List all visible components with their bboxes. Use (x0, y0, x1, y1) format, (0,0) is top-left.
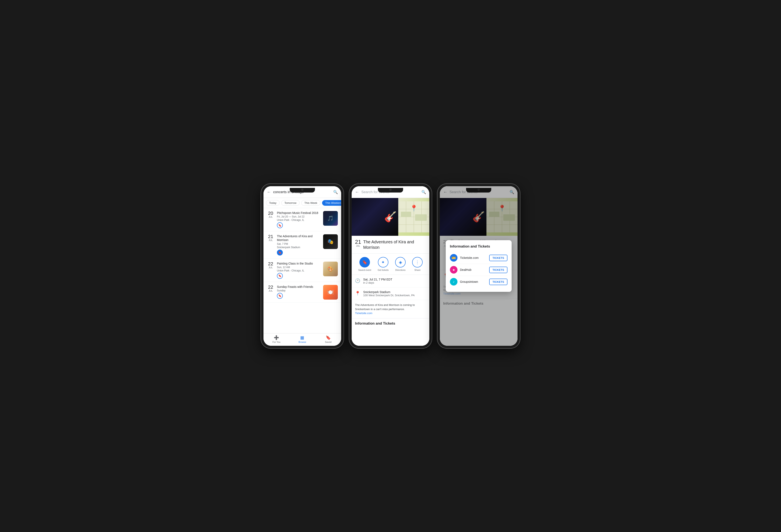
save-icon-3[interactable]: 🔖 (277, 273, 283, 279)
event-info-1: Pitchspoon Music Festival 2018 Fri, Jul … (277, 211, 321, 228)
venue-address-2: 100 West Snickerpark Dr, Snickertown, PA (363, 294, 426, 297)
phone-2-screen: ← Search for events 🔍 🎸 (352, 186, 429, 346)
description-body-2: The Adventures of Kira and Morrison is c… (355, 303, 415, 311)
event-date-row-2: 21 JUL The Adventures of Kira and Morris… (355, 239, 426, 250)
event-month-4: JUL (267, 289, 275, 292)
event-name-2: The Adventures of Kira and Morrison (363, 239, 426, 250)
ticket-row-3: ♪ Groupsintown TICKETS (450, 276, 508, 288)
location-icon-2: 📍 (355, 291, 360, 296)
filter-tomorrow[interactable]: Tomorrow (281, 200, 299, 206)
nav-label-for-you: For You (273, 341, 281, 343)
event-title-2: The Adventures of Kira and Morrison (277, 234, 321, 242)
event-image-inner-1: 🎵 (323, 211, 338, 226)
svg-rect-7 (401, 212, 411, 217)
search-icon-1[interactable]: 🔍 (333, 190, 338, 194)
save-icon-1[interactable]: 🔖 (277, 222, 283, 228)
vendor-logo-dealhub: ★ (450, 266, 457, 274)
svg-rect-8 (415, 214, 427, 221)
vendor-logo-groupsintown: ♪ (450, 278, 457, 286)
event-image-inner-4: 🍽️ (323, 285, 338, 299)
event-day-4: 22 (267, 285, 275, 289)
saved-event-label: Saved event (358, 269, 371, 271)
tickets-title-2: Information and Tickets (355, 321, 426, 326)
directions-icon: ◈ (395, 257, 406, 268)
phone-camera-2 (389, 189, 392, 191)
description-section-2: The Adventures of Kira and Morrison is c… (352, 300, 429, 319)
back-button-1[interactable]: ← (267, 190, 271, 194)
phone-2: ← Search for events 🔍 🎸 (350, 184, 431, 348)
event-day-2: 21 (267, 234, 275, 239)
get-tickets-label: Get tickets (378, 269, 388, 271)
event-date-3: 22 JUL (267, 261, 275, 269)
event-image-inner-2: 🎭 (323, 234, 338, 249)
search-icon-2[interactable]: 🔍 (421, 190, 426, 194)
nav-saved[interactable]: 🔖 Saved (315, 335, 341, 343)
event-list-1[interactable]: 20 JUL Pitchspoon Music Festival 2018 Fr… (263, 208, 341, 333)
event-save-1: 🔖 (277, 222, 321, 228)
hero-map-2: 📍 (398, 198, 429, 236)
svg-text:📍: 📍 (410, 204, 418, 212)
directions-btn[interactable]: ◈ Directions (395, 257, 406, 271)
phone-3: ← Search for events 🔍 🎸 (438, 184, 520, 348)
event-date-2: 21 JUL (267, 234, 275, 241)
nav-label-browse: Browse (298, 341, 306, 343)
phone-camera-1 (301, 189, 303, 191)
event-date-detail-3: Sun, 12 AM (277, 266, 321, 269)
phone-1-content: ← concerts in chicago 🔍 Today Tomorrow T… (263, 186, 341, 346)
event-image-4: 🍽️ (323, 285, 338, 299)
nav-icon-saved: 🔖 (326, 335, 331, 340)
event-title-3: Painting Class in the Studio (277, 261, 321, 265)
event-month-3: JUL (267, 266, 275, 269)
event-day-1: 20 (267, 211, 275, 216)
tickets-btn-dealhub[interactable]: TICKETS (489, 267, 508, 273)
event-save-4: 🔖 (277, 293, 321, 299)
saved-event-icon: 🔖 (360, 257, 370, 268)
event-location-2: Snickerpark Stadium (277, 246, 321, 249)
popup-overlay-3: Information and Tickets 🎫 Ticketsite.com… (440, 186, 518, 346)
event-title-1: Pitchspoon Music Festival 2018 (277, 211, 321, 215)
event-save-2: 🔖 (277, 250, 321, 255)
save-icon-2[interactable]: 🔖 (277, 250, 283, 255)
event-date-1: 20 JUL (267, 211, 275, 218)
event-location-1: Union Park · Chicago, IL (277, 218, 321, 221)
event-month-1: JUL (267, 216, 275, 218)
nav-icon-browse: ▦ (300, 335, 304, 340)
get-tickets-btn[interactable]: ✦ Get tickets (378, 257, 388, 271)
vendor-logo-ticketsite: 🎫 (450, 254, 457, 261)
filter-this-weekend[interactable]: This Weekend (322, 200, 341, 206)
phone-2-content: ← Search for events 🔍 🎸 (352, 186, 429, 346)
vendor-name-groupsintown: Groupsintown (460, 280, 489, 283)
nav-browse[interactable]: ▦ Browse (289, 335, 315, 343)
nav-label-saved: Saved (325, 341, 331, 343)
share-btn[interactable]: ⋮ Share (412, 257, 423, 271)
datetime-secondary: in 2 days (363, 281, 426, 284)
tickets-btn-ticketsite[interactable]: TICKETS (489, 255, 508, 261)
event-item-4[interactable]: 22 JUL Sunday Feasts with Friends Sunday… (263, 282, 341, 303)
date-block-2: 21 JUL (355, 239, 361, 247)
event-save-3: 🔖 (277, 273, 321, 279)
vendor-name-ticketsite: Ticketsite.com (460, 256, 489, 259)
save-icon-4[interactable]: 🔖 (277, 293, 283, 299)
phone-1: ← concerts in chicago 🔍 Today Tomorrow T… (261, 184, 343, 348)
tickets-btn-groupsintown[interactable]: TICKETS (489, 279, 508, 285)
event-header-section-2: 21 JUL The Adventures of Kira and Morris… (352, 236, 429, 254)
ticket-link-2[interactable]: Ticketsite.com (355, 312, 372, 315)
filter-today[interactable]: Today (266, 200, 280, 206)
saved-event-btn[interactable]: 🔖 Saved event (358, 257, 371, 271)
filter-this-week[interactable]: This Week (301, 200, 320, 206)
event-image-1: 🎵 (323, 211, 338, 226)
description-text-2: The Adventures of Kira and Morrison is c… (355, 303, 426, 315)
event-item-1[interactable]: 20 JUL Pitchspoon Music Festival 2018 Fr… (263, 208, 341, 231)
clock-icon: 🕐 (355, 278, 360, 283)
event-item-2[interactable]: 21 JUL The Adventures of Kira and Morris… (263, 231, 341, 258)
event-detail-content-2: 21 JUL The Adventures of Kira and Morris… (352, 236, 429, 346)
nav-for-you[interactable]: ➕ For You (263, 335, 289, 343)
back-button-2[interactable]: ← (355, 190, 359, 194)
event-date-detail-2: Sat, 7 PM (277, 243, 321, 245)
phone-3-screen: ← Search for events 🔍 🎸 (440, 186, 518, 346)
event-item-3[interactable]: 22 JUL Painting Class in the Studio Sun,… (263, 259, 341, 282)
event-location-3: Union Park · Chicago, IL (277, 269, 321, 272)
location-text-2: Snickerpark Stadium 100 West Snickerpark… (363, 290, 426, 297)
phones-container: ← concerts in chicago 🔍 Today Tomorrow T… (261, 184, 520, 348)
location-row-2: 📍 Snickerpark Stadium 100 West Snickerpa… (352, 287, 429, 300)
